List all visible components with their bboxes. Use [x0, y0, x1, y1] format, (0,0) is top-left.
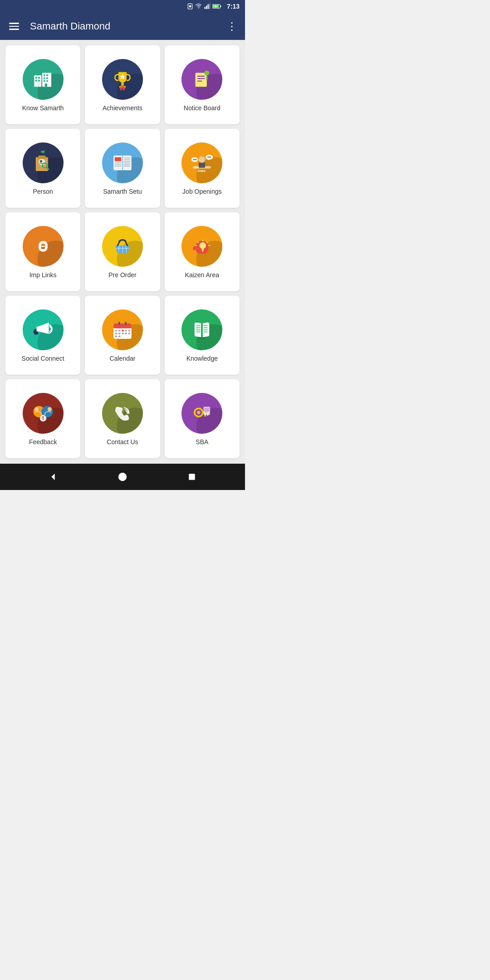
svg-rect-104 [199, 337, 205, 339]
social-connect-label: Social Connect [22, 355, 64, 362]
svg-rect-20 [46, 80, 48, 82]
svg-rect-3 [206, 5, 207, 9]
feedback-icon [23, 393, 64, 434]
svg-point-53 [194, 161, 196, 162]
svg-rect-95 [201, 323, 203, 338]
notice-board-icon [181, 59, 222, 100]
grid-item-job-openings[interactable]: Jobs Job Openings [165, 129, 240, 208]
grid-item-calendar[interactable]: Calendar [85, 296, 160, 375]
knowledge-label: Knowledge [186, 355, 218, 362]
sba-icon [181, 393, 222, 434]
grid-item-feedback[interactable]: Feedback [5, 379, 80, 458]
imp-links-icon [23, 226, 64, 267]
contact-us-icon [102, 393, 143, 434]
more-options-button[interactable]: ⋮ [226, 20, 238, 33]
bottom-nav [0, 464, 245, 490]
svg-rect-13 [35, 80, 37, 82]
svg-rect-50 [199, 162, 205, 168]
svg-point-56 [196, 159, 197, 160]
feedback-label: Feedback [29, 438, 57, 446]
svg-rect-92 [128, 333, 131, 334]
job-openings-icon: Jobs [181, 142, 222, 183]
menu-button[interactable] [7, 21, 21, 32]
svg-point-113 [197, 411, 201, 414]
svg-point-108 [48, 407, 52, 412]
svg-rect-81 [118, 322, 120, 325]
svg-rect-82 [125, 322, 127, 325]
person-label: Person [33, 188, 53, 195]
svg-rect-119 [205, 410, 210, 411]
status-bar: 7:13 [0, 0, 245, 13]
status-time: 7:13 [227, 3, 240, 10]
svg-rect-77 [36, 327, 39, 332]
contact-us-label: Contact Us [107, 438, 138, 446]
knowledge-icon [181, 309, 222, 350]
grid-item-samarth-setu[interactable]: Samarth Setu [85, 129, 160, 208]
svg-rect-89 [118, 333, 121, 334]
kaizen-area-icon [181, 226, 222, 267]
svg-point-60 [209, 157, 210, 157]
svg-rect-21 [44, 83, 47, 87]
svg-point-55 [195, 159, 196, 160]
grid-item-know-samarth[interactable]: Know Samarth [5, 45, 80, 124]
svg-point-122 [118, 473, 127, 481]
svg-rect-25 [196, 73, 207, 87]
svg-rect-17 [44, 78, 45, 79]
grid-item-social-connect[interactable]: Social Connect [5, 296, 80, 375]
samarth-setu-icon [102, 142, 143, 183]
svg-point-34 [39, 160, 42, 162]
svg-rect-9 [34, 75, 41, 87]
know-samarth-label: Know Samarth [22, 104, 64, 112]
svg-rect-1 [189, 5, 191, 8]
grid-item-knowledge[interactable]: Knowledge [165, 296, 240, 375]
svg-point-111 [42, 419, 44, 420]
svg-rect-83 [115, 330, 117, 332]
grid-item-contact-us[interactable]: Contact Us [85, 379, 160, 458]
svg-rect-11 [35, 77, 37, 79]
home-button[interactable] [115, 470, 130, 484]
grid-item-person[interactable]: Person [5, 129, 80, 208]
svg-point-61 [210, 157, 211, 157]
svg-rect-8 [220, 5, 221, 7]
svg-rect-15 [44, 74, 45, 76]
samarth-setu-label: Samarth Setu [103, 188, 142, 195]
pre-order-label: Pre Order [108, 271, 136, 279]
recents-button[interactable] [185, 470, 199, 484]
person-icon [23, 142, 64, 183]
grid-item-achievements[interactable]: Achievements [85, 45, 160, 124]
svg-rect-85 [122, 330, 124, 332]
grid-item-pre-order[interactable]: Pre Order [85, 212, 160, 291]
svg-rect-19 [44, 80, 45, 82]
svg-rect-110 [42, 416, 44, 418]
svg-rect-4 [208, 4, 209, 9]
app-bar: Samarth Diamond ⋮ [0, 13, 245, 40]
svg-point-29 [205, 70, 210, 75]
svg-rect-5 [209, 4, 210, 9]
back-button[interactable] [46, 470, 60, 484]
svg-rect-123 [189, 474, 196, 480]
svg-text:Jobs: Jobs [197, 169, 206, 173]
grid-item-sba[interactable]: SBA [165, 379, 240, 458]
svg-rect-118 [205, 408, 210, 409]
notice-board-label: Notice Board [184, 104, 220, 112]
svg-point-58 [207, 158, 210, 160]
grid-item-notice-board[interactable]: Notice Board [165, 45, 240, 124]
svg-rect-86 [125, 330, 127, 332]
job-openings-label: Job Openings [182, 188, 221, 195]
svg-rect-39 [115, 157, 121, 161]
svg-rect-91 [125, 333, 127, 334]
calendar-icon [102, 309, 143, 350]
svg-rect-87 [128, 330, 131, 332]
svg-rect-76 [33, 331, 35, 333]
svg-rect-80 [113, 327, 132, 328]
social-connect-icon [23, 309, 64, 350]
know-samarth-icon [23, 59, 64, 100]
svg-rect-93 [115, 336, 117, 338]
svg-line-73 [207, 242, 208, 243]
grid-item-kaizen-area[interactable]: Kaizen Area [165, 212, 240, 291]
grid-item-imp-links[interactable]: Imp Links [5, 212, 80, 291]
imp-links-label: Imp Links [29, 271, 57, 279]
svg-rect-94 [118, 336, 121, 338]
svg-rect-88 [115, 333, 117, 334]
pre-order-icon [102, 226, 143, 267]
